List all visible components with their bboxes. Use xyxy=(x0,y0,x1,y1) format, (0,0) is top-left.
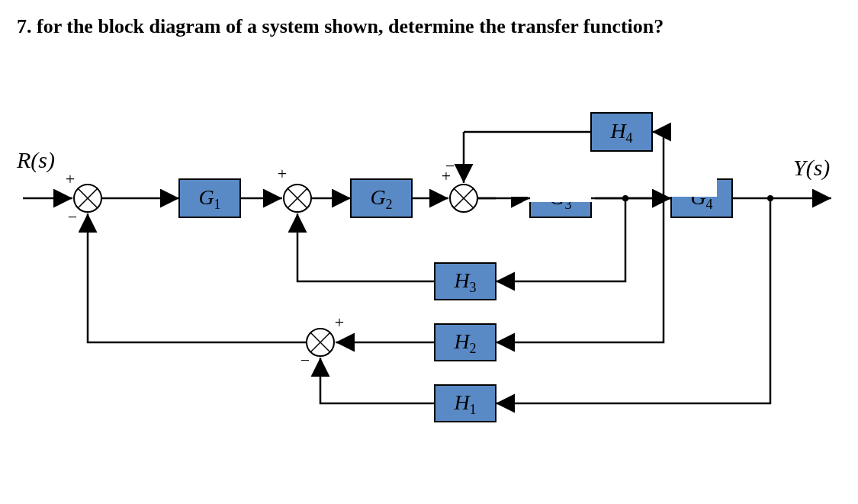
summing-junction-3 xyxy=(450,185,477,212)
input-label: R(s) xyxy=(16,147,55,173)
block-g2: G2 xyxy=(351,179,412,217)
output-label: Y(s) xyxy=(793,155,830,181)
question-text: 7. for the block diagram of a system sho… xyxy=(17,15,664,38)
svg-text:+: + xyxy=(278,164,287,183)
summing-junction-1 xyxy=(74,185,101,212)
block-h2: H2 xyxy=(435,324,496,361)
block-g1: G1 xyxy=(179,179,240,217)
svg-text:−: − xyxy=(68,207,77,226)
block-h1: H1 xyxy=(435,385,496,422)
svg-text:+: + xyxy=(66,169,75,188)
svg-text:−: − xyxy=(445,156,455,175)
svg-text:+: + xyxy=(335,313,344,332)
summing-junction-2 xyxy=(284,185,311,212)
svg-text:−: − xyxy=(300,351,310,370)
block-diagram: R(s) + − G1 + G2 xyxy=(0,61,858,504)
block-h3: H3 xyxy=(435,263,496,300)
summing-junction-4 xyxy=(307,329,334,356)
